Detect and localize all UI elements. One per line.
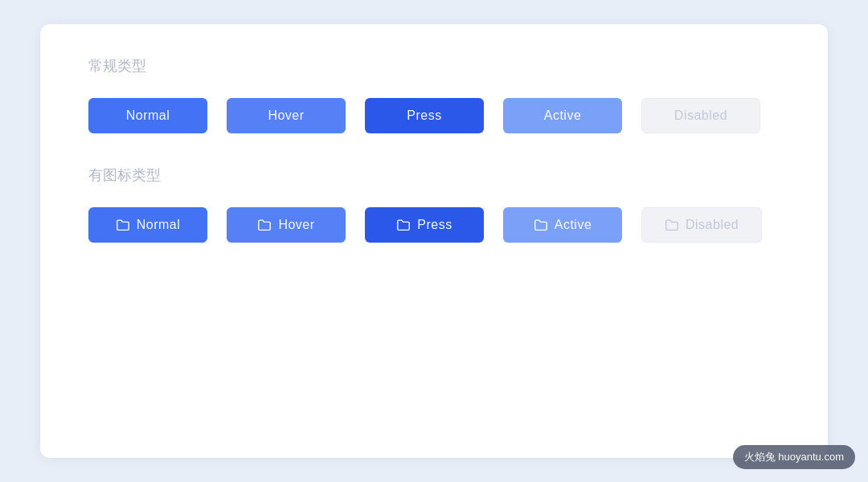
section-title-normal: 常规类型 — [88, 56, 780, 76]
btn-normal-normal[interactable]: Normal — [88, 98, 207, 133]
btn-normal-hover[interactable]: Hover — [227, 98, 346, 133]
btn-normal-active[interactable]: Active — [503, 98, 622, 133]
btn-icon-active[interactable]: Active — [503, 207, 622, 243]
folder-icon — [116, 219, 130, 231]
section-title-icon: 有图标类型 — [88, 165, 780, 185]
section-icon-type: 有图标类型 Normal Hover Press — [88, 165, 780, 243]
btn-normal-disabled: Disabled — [641, 98, 760, 133]
btn-icon-press[interactable]: Press — [365, 207, 484, 243]
watermark: 火焰兔 huoyantu.com — [733, 445, 855, 469]
button-row-icon: Normal Hover Press Active — [88, 207, 780, 243]
section-normal-type: 常规类型 Normal Hover Press Active Disabled — [88, 56, 780, 133]
btn-icon-disabled: Disabled — [641, 207, 762, 243]
folder-icon-disabled — [665, 219, 679, 231]
folder-icon — [396, 219, 411, 231]
btn-icon-normal[interactable]: Normal — [88, 207, 207, 243]
btn-icon-hover[interactable]: Hover — [227, 207, 346, 243]
main-card: 常规类型 Normal Hover Press Active Disabled … — [40, 24, 828, 458]
folder-icon — [534, 219, 548, 231]
folder-icon — [257, 219, 272, 231]
button-row-normal: Normal Hover Press Active Disabled — [88, 98, 780, 133]
btn-normal-press[interactable]: Press — [365, 98, 484, 133]
